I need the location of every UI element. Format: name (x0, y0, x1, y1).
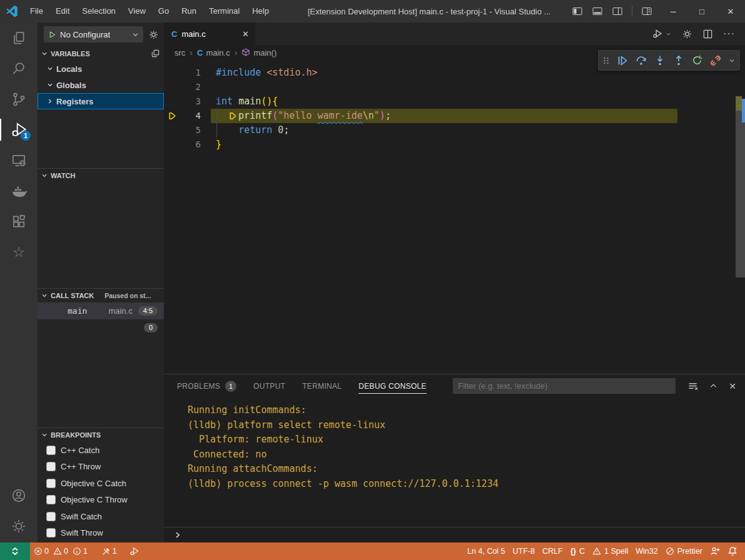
close-panel-icon[interactable]: ✕ (729, 381, 736, 391)
extensions-icon[interactable] (0, 206, 38, 237)
breakpoint-objective-c-catch[interactable]: Objective C Catch (38, 475, 164, 492)
call-stack-frame-0[interactable]: mainmain.c4:5 (38, 302, 164, 319)
explorer-icon[interactable] (0, 22, 38, 53)
toolbar-chevron-down-icon[interactable] (728, 57, 736, 64)
debug-config-dropdown[interactable]: No Configurat (44, 26, 143, 42)
variables-item-locals[interactable]: Locals (38, 61, 164, 77)
split-editor-icon[interactable] (702, 29, 713, 39)
scrollbar-slider[interactable] (736, 109, 745, 278)
variables-collapse-icon[interactable] (151, 49, 160, 58)
tab-close-icon[interactable]: ✕ (242, 29, 249, 39)
debug-gear-icon[interactable] (148, 29, 159, 40)
breakpoint-swift-throw[interactable]: Swift Throw (38, 525, 164, 542)
code-editor[interactable]: 1#include <stdio.h>23int main(){4 printf… (164, 60, 745, 374)
checkbox[interactable] (46, 528, 56, 538)
start-debug-icon[interactable] (48, 31, 56, 39)
breakpoints-header[interactable]: BREAKPOINTS (38, 428, 164, 442)
call-stack-frame-1[interactable]: 0 (38, 319, 164, 336)
breakpoint-objective-c-throw[interactable]: Objective C Throw (38, 492, 164, 509)
call-stack-header[interactable]: CALL STACK Paused on st... (38, 288, 164, 302)
clear-console-icon[interactable] (687, 381, 698, 391)
continue-icon[interactable] (616, 54, 629, 67)
status-spell-status[interactable]: 1 Spell (589, 547, 632, 556)
run-and-debug-icon[interactable]: 1 (0, 114, 38, 145)
status-platform[interactable]: Win32 (632, 547, 661, 556)
menu-terminal[interactable]: Terminal (203, 0, 246, 22)
breakpoint-c-catch[interactable]: C++ Catch (38, 442, 164, 459)
customize-layout-icon[interactable] (641, 6, 652, 17)
toggle-panel-icon[interactable] (592, 6, 603, 17)
code-line-3[interactable]: 3int main(){ (164, 94, 745, 109)
panel-tab-output[interactable]: OUTPUT (253, 374, 285, 398)
step-out-icon[interactable] (672, 54, 685, 67)
checkbox[interactable] (46, 446, 56, 455)
toggle-secondary-sidebar-icon[interactable] (612, 6, 623, 17)
variables-header[interactable]: VARIABLES (38, 46, 164, 61)
problems-status[interactable]: 0 0 1 (30, 547, 91, 556)
disconnect-icon[interactable] (709, 54, 722, 67)
tab-main-c[interactable]: C main.c ✕ (164, 22, 255, 45)
code-line-2[interactable]: 2 (164, 80, 745, 94)
breadcrumb-symbol[interactable]: main() (241, 48, 276, 58)
menu-edit[interactable]: Edit (49, 0, 76, 22)
menu-file[interactable]: File (24, 0, 49, 22)
breakpoint-swift-catch[interactable]: Swift Catch (38, 508, 164, 525)
status-encoding[interactable]: UTF-8 (509, 547, 539, 556)
settings-gear-icon[interactable] (0, 511, 38, 541)
minimize-button[interactable]: ─ (659, 0, 687, 22)
toolbar-drag-handle[interactable] (602, 56, 610, 66)
close-button[interactable]: ✕ (716, 0, 745, 22)
breadcrumb-src[interactable]: src (175, 48, 185, 58)
status-language-mode[interactable]: {}C (567, 547, 589, 556)
maximize-panel-icon[interactable] (709, 381, 718, 391)
menu-go[interactable]: Go (152, 0, 175, 22)
remote-indicator[interactable] (0, 542, 30, 560)
window-title: [Extension Development Host] main.c - te… (308, 7, 550, 16)
star-icon[interactable]: ☆ (0, 237, 38, 268)
menu-help[interactable]: Help (246, 0, 275, 22)
debug-status-icon[interactable] (126, 542, 143, 560)
step-into-icon[interactable] (654, 54, 666, 67)
panel-tab-problems[interactable]: PROBLEMS1 (177, 374, 236, 398)
toggle-sidebar-icon[interactable] (572, 6, 583, 17)
step-over-icon[interactable] (635, 54, 647, 67)
checkbox[interactable] (46, 512, 56, 521)
panel-tab-terminal[interactable]: TERMINAL (302, 374, 342, 398)
editor-gear-icon[interactable] (682, 29, 692, 39)
line-content: #include <stdio.h> (216, 66, 318, 80)
status-eol[interactable]: CRLF (539, 547, 567, 556)
code-line-5[interactable]: 5 return 0; (164, 123, 745, 138)
source-control-icon[interactable] (0, 84, 38, 114)
code-line-4[interactable]: 4 printf("hello wamr-ide\n"); (164, 109, 745, 123)
debug-filter-input[interactable] (453, 378, 676, 394)
menu-run[interactable]: Run (175, 0, 203, 22)
breadcrumb-file[interactable]: Cmain.c (197, 48, 230, 58)
account-icon[interactable] (0, 480, 38, 511)
menu-view[interactable]: View (122, 0, 152, 22)
menu-selection[interactable]: Selection (76, 0, 121, 22)
status-prettier[interactable]: Prettier (662, 547, 706, 556)
variables-item-registers[interactable]: Registers (38, 93, 164, 109)
watch-header[interactable]: WATCH (38, 168, 164, 182)
ports-status[interactable]: 1 (98, 547, 121, 556)
status-cursor-position[interactable]: Ln 4, Col 5 (464, 547, 509, 556)
remote-explorer-icon[interactable] (0, 145, 38, 176)
debug-console-input[interactable] (164, 527, 745, 542)
code-line-6[interactable]: 6} (164, 138, 745, 152)
breakpoint-c-throw[interactable]: C++ Throw (38, 459, 164, 476)
debug-console-output[interactable]: Running initCommands:(lldb) platform sel… (164, 398, 745, 527)
maximize-button[interactable]: □ (687, 0, 716, 22)
checkbox[interactable] (46, 495, 56, 504)
overview-ruler[interactable] (736, 60, 745, 374)
notifications-bell-icon[interactable] (724, 546, 741, 556)
run-or-debug-button[interactable] (652, 28, 672, 39)
checkbox[interactable] (46, 479, 56, 488)
restart-icon[interactable] (691, 54, 703, 66)
panel-tab-debug-console[interactable]: DEBUG CONSOLE (358, 374, 427, 398)
search-icon[interactable] (0, 53, 38, 84)
feedback-icon[interactable] (706, 546, 724, 556)
variables-item-globals[interactable]: Globals (38, 77, 164, 93)
docker-icon[interactable] (0, 176, 38, 206)
checkbox[interactable] (46, 462, 56, 471)
more-actions-icon[interactable]: ··· (723, 28, 735, 39)
